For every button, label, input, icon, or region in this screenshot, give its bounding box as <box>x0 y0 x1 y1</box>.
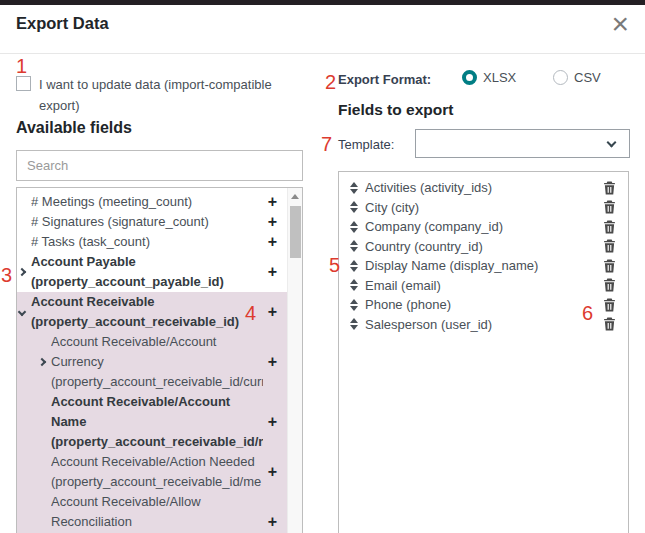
annotation-4: 4 <box>245 303 256 323</box>
available-field-row[interactable]: Account Receivable/Allow Reconciliation … <box>17 492 287 533</box>
available-fields-list: # Meetings (meeting_count) + # Signature… <box>16 187 303 533</box>
add-field-plus-icon[interactable]: + <box>263 413 277 431</box>
export-fields-list: Activities (activity_ids) City (city) Co… <box>338 171 629 533</box>
close-icon[interactable]: × <box>611 8 629 40</box>
fields-to-export-heading: Fields to export <box>338 101 453 119</box>
update-data-checkbox-row[interactable]: I want to update data (import-compatible… <box>16 74 284 116</box>
export-field-row[interactable]: Country (country_id) <box>339 237 628 257</box>
annotation-6: 6 <box>582 303 593 323</box>
scrollbar-thumb[interactable] <box>290 206 301 258</box>
export-field-label: Display Name (display_name) <box>365 256 596 275</box>
annotation-7: 7 <box>321 134 332 154</box>
annotation-3: 3 <box>1 265 12 285</box>
trash-icon[interactable] <box>603 317 617 331</box>
add-field-plus-icon[interactable]: + <box>263 213 277 231</box>
export-field-row[interactable]: Display Name (display_name) <box>339 256 628 276</box>
radio-icon[interactable] <box>462 70 477 85</box>
export-field-label: City (city) <box>365 198 596 217</box>
radio-label: CSV <box>574 70 601 85</box>
available-field-label: Account Receivable (property_account_rec… <box>31 292 263 332</box>
drag-sort-icon[interactable] <box>350 299 358 311</box>
radio-icon[interactable] <box>553 70 568 85</box>
export-format-radio[interactable]: CSV <box>553 70 601 85</box>
drag-sort-icon[interactable] <box>350 221 358 233</box>
export-field-label: Email (email) <box>365 276 596 295</box>
export-format-radio[interactable]: XLSX <box>462 70 516 85</box>
dialog-title: Export Data <box>16 14 109 33</box>
drag-sort-icon[interactable] <box>350 318 358 330</box>
drag-sort-icon[interactable] <box>350 201 358 213</box>
available-field-label: # Signatures (signature_count) <box>31 212 263 232</box>
available-field-label: Account Receivable/Action Needed (proper… <box>51 452 263 492</box>
available-field-label: Account Receivable/Allow Reconciliation … <box>51 492 263 533</box>
radio-label: XLSX <box>483 70 516 85</box>
available-field-label: Account Receivable/Account Currency (pro… <box>51 332 263 392</box>
available-field-label: # Tasks (task_count) <box>31 232 263 252</box>
available-field-row[interactable]: Account Receivable/Action Needed (proper… <box>17 452 287 492</box>
export-field-label: Salesperson (user_id) <box>365 315 596 334</box>
export-field-label: Country (country_id) <box>365 237 596 256</box>
trash-icon[interactable] <box>603 181 617 195</box>
available-field-row[interactable]: Account Receivable/Account Name (propert… <box>17 392 287 452</box>
export-format-row: Export Format: XLSX CSV <box>338 70 633 90</box>
add-field-plus-icon[interactable]: + <box>263 263 277 281</box>
add-field-plus-icon[interactable]: + <box>263 353 277 371</box>
available-field-row[interactable]: # Meetings (meeting_count) + <box>17 192 287 212</box>
available-fields-rows: # Meetings (meeting_count) + # Signature… <box>17 188 287 533</box>
add-field-plus-icon[interactable]: + <box>263 193 277 211</box>
trash-icon[interactable] <box>603 298 617 312</box>
scrollbar-up-icon[interactable] <box>291 194 299 199</box>
add-field-plus-icon[interactable]: + <box>263 303 277 321</box>
trash-icon[interactable] <box>603 220 617 234</box>
available-field-label: # Meetings (meeting_count) <box>31 192 263 212</box>
export-field-label: Activities (activity_ids) <box>365 178 596 197</box>
template-label: Template: <box>338 137 394 152</box>
available-field-row[interactable]: Account Payable (property_account_payabl… <box>17 252 287 292</box>
expand-chevron-icon[interactable] <box>18 268 26 276</box>
drag-sort-icon[interactable] <box>350 260 358 272</box>
add-field-plus-icon[interactable]: + <box>263 513 277 531</box>
available-field-row[interactable]: Account Receivable/Account Currency (pro… <box>17 332 287 392</box>
trash-icon[interactable] <box>603 259 617 273</box>
trash-icon[interactable] <box>603 200 617 214</box>
available-field-label: Account Receivable/Account Name (propert… <box>51 392 263 452</box>
scrollbar[interactable] <box>287 188 302 533</box>
chevron-down-icon <box>607 138 617 148</box>
header-divider <box>0 53 645 54</box>
available-field-row[interactable]: # Signatures (signature_count) + <box>17 212 287 232</box>
annotation-5: 5 <box>329 255 340 275</box>
drag-sort-icon[interactable] <box>350 279 358 291</box>
available-field-row[interactable]: # Tasks (task_count) + <box>17 232 287 252</box>
browser-top-strip <box>0 0 645 5</box>
export-field-row[interactable]: Activities (activity_ids) <box>339 178 628 198</box>
annotation-1: 1 <box>16 56 27 76</box>
drag-sort-icon[interactable] <box>350 240 358 252</box>
drag-sort-icon[interactable] <box>350 182 358 194</box>
annotation-2: 2 <box>325 72 336 92</box>
export-field-row[interactable]: Email (email) <box>339 276 628 296</box>
expand-chevron-icon[interactable] <box>18 308 26 316</box>
export-field-label: Phone (phone) <box>365 295 596 314</box>
expand-chevron-icon[interactable] <box>38 358 46 366</box>
export-field-label: Company (company_id) <box>365 217 596 236</box>
trash-icon[interactable] <box>603 278 617 292</box>
checkbox-label: I want to update data (import-compatible… <box>39 74 284 116</box>
available-field-label: Account Payable (property_account_payabl… <box>31 252 263 292</box>
template-select[interactable] <box>415 129 630 158</box>
export-field-row[interactable]: Company (company_id) <box>339 217 628 237</box>
available-fields-heading: Available fields <box>16 119 132 137</box>
export-field-row[interactable]: City (city) <box>339 198 628 218</box>
add-field-plus-icon[interactable]: + <box>263 463 277 481</box>
trash-icon[interactable] <box>603 239 617 253</box>
checkbox-icon[interactable] <box>16 76 31 91</box>
add-field-plus-icon[interactable]: + <box>263 233 277 251</box>
search-input[interactable] <box>16 150 303 181</box>
export-format-label: Export Format: <box>338 72 431 87</box>
